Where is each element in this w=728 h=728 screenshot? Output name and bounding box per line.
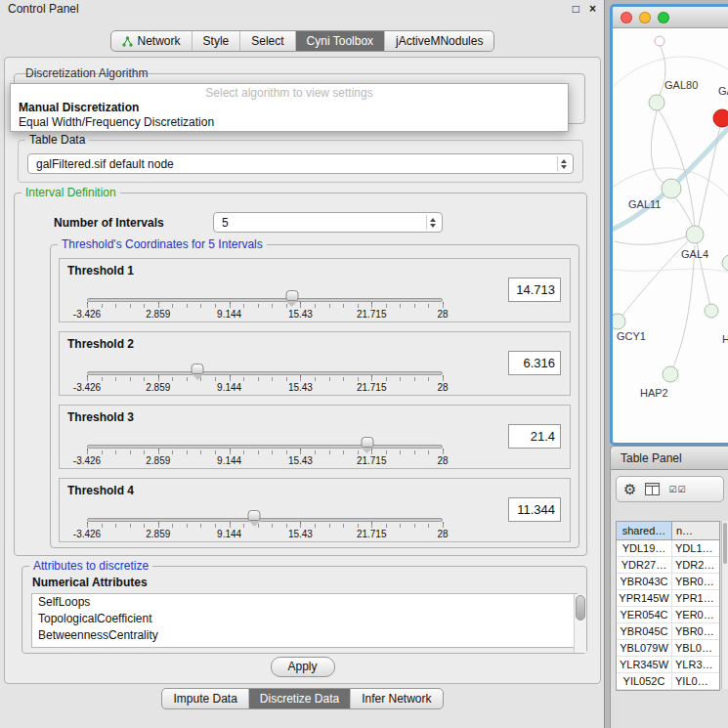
table-panel-titlebar: Table Panel <box>610 446 728 470</box>
slider-scale-label: 2.859 <box>146 309 170 320</box>
table-cell: YLR345W <box>617 657 672 672</box>
network-node[interactable] <box>649 95 664 110</box>
network-node-labels: GAL80 GA GAL11 GAL4 GCY1 HAP2 H <box>617 79 728 399</box>
slider-thumb[interactable] <box>361 437 373 448</box>
table-cell: YER054C <box>617 607 672 622</box>
slider-minor-ticks <box>87 524 444 528</box>
table-row[interactable]: YDL19…YDL1… <box>617 540 719 557</box>
table-cell: YBL0… <box>672 640 719 656</box>
threshold-value-field[interactable]: 6.316 <box>508 351 561 375</box>
slider-scale-label: 2.859 <box>146 529 170 539</box>
table-row[interactable]: YLR345WYLR3… <box>617 657 719 673</box>
slider-scale-label: 28 <box>437 529 448 539</box>
algorithm-hint-option[interactable]: Select algorithm to view settings <box>11 85 568 101</box>
tab-select[interactable]: Select <box>239 31 294 51</box>
tab-jactivemnodules[interactable]: jActiveMNodules <box>384 31 493 51</box>
column-header-name[interactable]: n… <box>672 522 719 539</box>
network-node-selected[interactable] <box>713 109 728 127</box>
interval-definition-group: Interval Definition Number of Intervals … <box>14 193 587 556</box>
attributes-scrollbar[interactable] <box>574 594 586 653</box>
node-label: HAP2 <box>640 387 668 399</box>
node-label: GAL4 <box>681 248 708 260</box>
network-node[interactable] <box>613 314 625 329</box>
algorithm-option-equal-width[interactable]: Equal Width/Frequency Discretization <box>11 115 568 130</box>
numerical-attribute-item[interactable]: SelfLoops <box>32 594 577 611</box>
tab-style[interactable]: Style <box>192 31 240 51</box>
slider-scale-label: 21.715 <box>357 382 387 393</box>
numerical-attribute-item[interactable]: TopologicalCoefficient <box>32 611 577 627</box>
tab-label: Discretize Data <box>260 692 339 706</box>
apply-button[interactable]: Apply <box>271 657 335 677</box>
table-row[interactable]: YBR045CYBR0… <box>617 623 719 640</box>
slider-scale-label: -3.426 <box>73 309 101 320</box>
slider-scale: -3.4262.8599.14415.4321.71528 <box>87 382 443 393</box>
slider-scale-label: 15.43 <box>288 382 313 393</box>
table-data-label: Table Data <box>25 133 89 147</box>
table-row[interactable]: YBR043CYBR0… <box>617 574 719 590</box>
tab-discretize-data[interactable]: Discretize Data <box>248 689 350 708</box>
tab-impute-data[interactable]: Impute Data <box>162 689 247 708</box>
network-node[interactable] <box>655 36 664 46</box>
slider-thumb[interactable] <box>285 290 298 301</box>
network-node[interactable] <box>705 304 718 318</box>
network-node[interactable] <box>663 366 678 382</box>
slider-scale-label: 15.43 <box>288 455 313 466</box>
tab-cyni-toolbox[interactable]: Cyni Toolbox <box>295 31 384 51</box>
thresholds-group-title: Threshold's Coordinates for 5 Intervals <box>58 237 267 251</box>
network-view-window[interactable]: GAL80 GA GAL11 GAL4 GCY1 HAP2 H <box>610 4 728 446</box>
tab-label: Select <box>251 34 283 48</box>
tab-network[interactable]: Network <box>111 31 192 51</box>
table-scrollbar[interactable] <box>721 521 728 689</box>
gear-icon[interactable]: ⚙ <box>623 482 636 496</box>
slider-scale-label: -3.426 <box>73 455 101 466</box>
network-node[interactable] <box>722 255 728 271</box>
threshold-value-field[interactable]: 14.713 <box>508 278 561 302</box>
network-node[interactable] <box>686 226 704 243</box>
columns-icon[interactable] <box>645 483 660 495</box>
scrollbar-thumb[interactable] <box>723 523 727 564</box>
slider-thumb[interactable] <box>192 364 204 374</box>
network-canvas[interactable]: GAL80 GA GAL11 GAL4 GCY1 HAP2 H <box>613 28 728 443</box>
slider-scale-label: 21.715 <box>357 455 387 466</box>
numerical-attribute-item[interactable]: BetweennessCentrality <box>32 627 577 644</box>
table-cell: YER0… <box>672 607 719 622</box>
node-label: GAL80 <box>664 79 698 91</box>
table-cell: YBR0… <box>672 623 719 639</box>
table-data-combobox[interactable]: galFiltered.sif default node <box>27 153 574 174</box>
select-columns-checkboxes-icon[interactable]: ☑☑ <box>668 485 686 494</box>
table-cell: YLR3… <box>672 657 719 672</box>
slider-minor-ticks <box>87 377 444 381</box>
number-of-intervals-combobox[interactable]: 5 <box>213 212 443 233</box>
threshold-panel: Threshold 2 -3.4262.8599.14415.4321.7152… <box>59 331 571 396</box>
slider-scale-label: -3.426 <box>73 529 101 539</box>
bottom-tab-bar: Impute Data Discretize Data Infer Networ… <box>0 688 605 709</box>
threshold-panel: Threshold 4 -3.4262.8599.14415.4321.7152… <box>59 478 571 542</box>
slider-thumb[interactable] <box>248 510 261 521</box>
numerical-attributes-label: Numerical Attributes <box>32 576 148 589</box>
table-row[interactable]: YPR145WYPR1… <box>617 590 719 607</box>
scrollbar-thumb[interactable] <box>576 595 585 621</box>
table-row[interactable]: YDR27…YDR2… <box>617 557 719 574</box>
close-traffic-light-icon[interactable] <box>621 12 632 23</box>
table-cell: YDR2… <box>672 557 719 573</box>
numerical-attributes-list: SelfLoopsTopologicalCoefficientBetweenne… <box>31 593 578 648</box>
zoom-traffic-light-icon[interactable] <box>658 12 669 23</box>
table-body: YDL19…YDL1…YDR27…YDR2…YBR043CYBR0…YPR145… <box>617 540 719 690</box>
network-node[interactable] <box>662 179 681 198</box>
table-row[interactable]: YER054CYER0… <box>617 607 719 623</box>
restore-window-icon[interactable]: □ <box>573 2 579 16</box>
table-data-group: Table Data galFiltered.sif default node <box>18 140 583 183</box>
algorithm-option-manual[interactable]: Manual Discretization <box>11 101 568 115</box>
table-row[interactable]: YBL079WYBL0… <box>617 640 719 657</box>
column-header-shared-name[interactable]: shared… <box>617 522 672 539</box>
number-of-intervals-label: Number of Intervals <box>54 216 164 230</box>
attributes-group-title: Attributes to discretize <box>29 559 152 573</box>
minimize-traffic-light-icon[interactable] <box>639 12 651 23</box>
threshold-value-field[interactable]: 11.344 <box>508 497 561 522</box>
tab-label: Network <box>138 34 181 48</box>
table-cell: YBR043C <box>617 574 672 589</box>
table-row[interactable]: YIL052CYIL0… <box>617 673 719 690</box>
tab-infer-network[interactable]: Infer Network <box>350 689 442 708</box>
threshold-value-field[interactable]: 21.4 <box>508 424 561 449</box>
close-window-icon[interactable]: × <box>589 2 596 16</box>
